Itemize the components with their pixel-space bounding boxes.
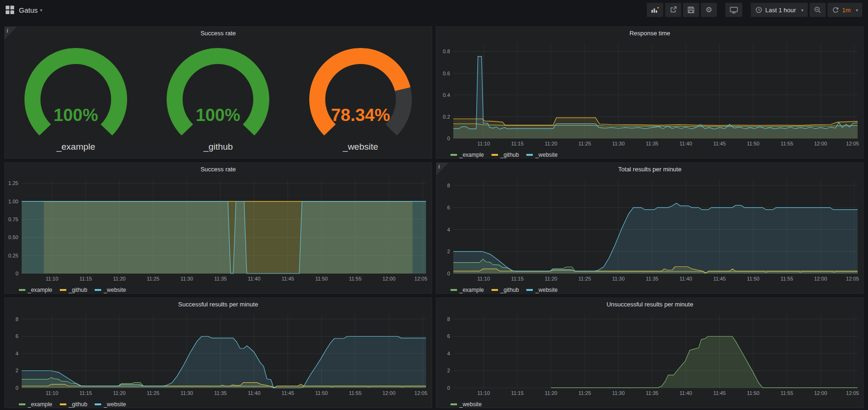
gauge-label: _website xyxy=(343,142,378,152)
legend-item[interactable]: _website xyxy=(95,287,126,293)
svg-text:11:10: 11:10 xyxy=(477,276,490,281)
legend-item[interactable]: _example xyxy=(450,152,484,158)
legend-item[interactable]: _github xyxy=(491,287,519,293)
legend-item[interactable]: _example xyxy=(19,287,52,293)
svg-text:11:25: 11:25 xyxy=(579,141,591,146)
gauge-label: _github xyxy=(203,142,233,152)
panel-info-corner[interactable]: i xyxy=(436,163,449,175)
panel-info-corner[interactable]: i xyxy=(5,27,17,39)
legend-series-label: _example xyxy=(28,287,52,293)
legend-series-dash xyxy=(450,289,457,291)
svg-text:11:30: 11:30 xyxy=(612,276,625,281)
svg-text:11:20: 11:20 xyxy=(545,390,557,396)
svg-text:11:35: 11:35 xyxy=(646,276,659,281)
svg-text:11:15: 11:15 xyxy=(511,276,524,281)
panel-unsuccessful-results: Unsuccessful results per minute 11:1011:… xyxy=(436,297,864,408)
share-button[interactable] xyxy=(665,3,681,17)
dashboard-title: Gatus xyxy=(19,6,38,14)
chevron-down-icon: ▾ xyxy=(856,8,858,13)
svg-text:11:40: 11:40 xyxy=(248,390,261,396)
cycle-view-button[interactable] xyxy=(725,3,742,17)
svg-text:0.25: 0.25 xyxy=(8,253,18,258)
svg-text:11:55: 11:55 xyxy=(349,390,362,396)
legend-item[interactable]: _example xyxy=(450,287,484,293)
panel-success-rate-ts: Success rate 11:1011:1511:2011:2511:3011… xyxy=(4,162,432,294)
panel-title[interactable]: Response time xyxy=(436,27,863,39)
save-icon xyxy=(687,6,695,14)
svg-text:12:00: 12:00 xyxy=(814,141,827,146)
svg-text:2: 2 xyxy=(16,368,18,373)
legend-item[interactable]: _website xyxy=(95,401,126,408)
panel-success-rate-gauges: i Success rate 100% _example 100% _githu… xyxy=(4,26,432,159)
gauge-github: 100% _github xyxy=(147,39,289,152)
legend-series-label: _website xyxy=(104,401,126,408)
panel-title[interactable]: Unsuccessful results per minute xyxy=(436,298,863,310)
unsuccessful-results-chart[interactable]: 11:1011:1511:2011:2511:3011:3511:4011:45… xyxy=(436,310,863,399)
gauge-arc: 78.34% xyxy=(289,39,432,141)
success-rate-chart[interactable]: 11:1011:1511:2011:2511:3011:3511:4011:45… xyxy=(5,175,432,285)
legend-series-dash xyxy=(95,403,101,405)
svg-text:11:25: 11:25 xyxy=(147,390,160,396)
legend-item[interactable]: _website xyxy=(450,401,482,408)
refresh-button[interactable]: 1m ▾ xyxy=(828,3,862,17)
legend-series-dash xyxy=(450,403,457,405)
response-time-chart[interactable]: 11:1011:1511:2011:2511:3011:3511:4011:45… xyxy=(436,39,863,150)
svg-text:12:05: 12:05 xyxy=(414,390,427,396)
svg-text:11:15: 11:15 xyxy=(80,276,92,281)
time-range-picker[interactable]: Last 1 hour ▾ xyxy=(751,3,808,17)
svg-text:0: 0 xyxy=(447,136,450,141)
svg-text:11:45: 11:45 xyxy=(281,390,294,396)
add-panel-button[interactable] xyxy=(647,3,663,17)
svg-text:12:05: 12:05 xyxy=(846,390,859,396)
svg-text:11:45: 11:45 xyxy=(713,276,726,281)
gauge-row: 100% _example 100% _github 78.34% _websi… xyxy=(5,39,432,158)
svg-text:12:00: 12:00 xyxy=(382,390,395,396)
gear-icon: ⚙ xyxy=(706,6,712,14)
svg-text:0.6: 0.6 xyxy=(443,71,450,76)
legend-series-label: _github xyxy=(69,287,87,293)
settings-button[interactable]: ⚙ xyxy=(701,3,717,17)
svg-text:0: 0 xyxy=(447,385,450,391)
svg-text:11:30: 11:30 xyxy=(612,390,625,396)
panel-title[interactable]: Total results per minute xyxy=(436,163,863,175)
gauge-arc: 100% xyxy=(5,39,147,141)
svg-text:11:55: 11:55 xyxy=(780,390,793,396)
successful-results-chart[interactable]: 11:1011:1511:2011:2511:3011:3511:4011:45… xyxy=(5,310,432,399)
svg-text:11:50: 11:50 xyxy=(315,276,328,281)
panel-successful-results: Successful results per minute 11:1011:15… xyxy=(4,297,432,408)
dashboards-grid-icon[interactable] xyxy=(6,6,14,14)
panel-title[interactable]: Success rate xyxy=(5,163,432,175)
add-panel-icon xyxy=(651,6,659,14)
total-results-chart[interactable]: 11:1011:1511:2011:2511:3011:3511:4011:45… xyxy=(436,175,863,285)
svg-text:6: 6 xyxy=(16,333,18,339)
svg-text:11:10: 11:10 xyxy=(46,276,58,281)
clock-icon xyxy=(755,6,763,14)
zoom-out-button[interactable] xyxy=(810,3,826,17)
legend-item[interactable]: _example xyxy=(19,401,52,408)
svg-text:11:45: 11:45 xyxy=(281,276,294,281)
legend-item[interactable]: _github xyxy=(60,287,87,293)
svg-text:11:15: 11:15 xyxy=(511,141,524,146)
svg-text:11:20: 11:20 xyxy=(545,276,557,281)
svg-text:11:35: 11:35 xyxy=(214,276,227,281)
gauge-example: 100% _example xyxy=(5,39,147,152)
panel-title[interactable]: Successful results per minute xyxy=(5,298,432,310)
legend-series-label: _github xyxy=(500,152,519,158)
save-button[interactable] xyxy=(683,3,699,17)
svg-text:0.8: 0.8 xyxy=(443,48,450,54)
panel-total-results: i Total results per minute 11:1011:1511:… xyxy=(436,162,864,294)
svg-text:11:10: 11:10 xyxy=(477,141,490,146)
dashboard-title-dropdown[interactable]: Gatus ▾ xyxy=(19,6,42,14)
legend-item[interactable]: _website xyxy=(526,152,557,158)
svg-text:11:20: 11:20 xyxy=(545,141,557,146)
panel-title[interactable]: Success rate xyxy=(5,27,432,39)
gauge-website: 78.34% _website xyxy=(289,39,432,152)
legend-series-label: _example xyxy=(28,401,52,408)
svg-text:6: 6 xyxy=(447,205,450,210)
legend-series-dash xyxy=(60,289,66,291)
legend-item[interactable]: _github xyxy=(60,401,87,408)
svg-text:11:40: 11:40 xyxy=(680,276,692,281)
zoom-out-icon xyxy=(814,6,821,14)
legend-item[interactable]: _website xyxy=(526,287,557,293)
legend-item[interactable]: _github xyxy=(491,152,519,158)
